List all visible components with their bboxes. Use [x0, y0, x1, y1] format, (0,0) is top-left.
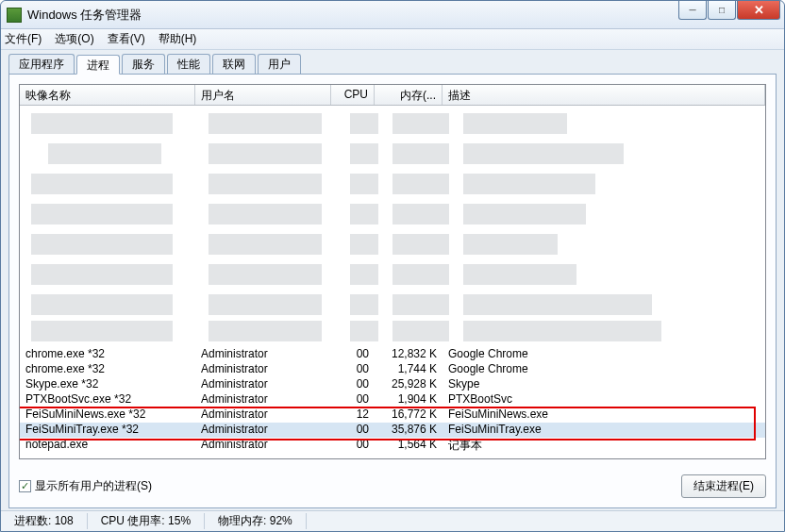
cell-desc: FeiSuMiniTray.exe: [443, 423, 765, 438]
cell-mem: 1,744 K: [375, 362, 443, 377]
cell-mem: 1,564 K: [375, 438, 443, 453]
tab-networking[interactable]: 联网: [212, 54, 256, 74]
cell-user: Administrator: [195, 392, 331, 407]
tab-processes[interactable]: 进程: [76, 55, 120, 75]
cell-user: Administrator: [195, 423, 331, 438]
cell-cpu: 00: [331, 438, 375, 453]
cell-cpu: 00: [331, 347, 375, 362]
tab-performance[interactable]: 性能: [167, 54, 210, 74]
processes-panel: 映像名称 用户名 CPU 内存(... 描述: [8, 75, 777, 508]
app-icon: [7, 8, 22, 23]
cell-mem: 12,832 K: [375, 347, 443, 362]
cell-image: chrome.exe *32: [20, 362, 195, 377]
maximize-button[interactable]: □: [708, 1, 736, 20]
cell-mem: 1,904 K: [375, 392, 443, 407]
cell-mem: 16,772 K: [375, 407, 443, 423]
cell-mem: 35,876 K: [375, 423, 443, 438]
panel-footer: ✓ 显示所有用户的进程(S) 结束进程(E): [19, 474, 766, 498]
menu-options[interactable]: 选项(O): [55, 31, 93, 47]
menu-file[interactable]: 文件(F): [5, 31, 42, 47]
cell-desc: PTXBootSvc: [443, 392, 765, 407]
menu-help[interactable]: 帮助(H): [159, 31, 197, 47]
col-memory[interactable]: 内存(...: [375, 85, 443, 105]
cell-desc: Google Chrome: [443, 362, 765, 377]
status-processes: 进程数: 108: [1, 513, 88, 529]
tab-users[interactable]: 用户: [258, 54, 301, 74]
table-header: 映像名称 用户名 CPU 内存(... 描述: [20, 85, 765, 106]
cell-cpu: 12: [331, 407, 375, 423]
cell-cpu: 00: [331, 423, 375, 438]
cell-image: FeiSuMiniNews.exe *32: [20, 407, 195, 423]
table-row[interactable]: notepad.exeAdministrator001,564 K记事本: [20, 438, 765, 453]
col-cpu[interactable]: CPU: [331, 85, 375, 105]
visible-rows: chrome.exe *32Administrator0012,832 KGoo…: [20, 347, 765, 453]
content-area: 应用程序 进程 服务 性能 联网 用户 映像名称 用户名 CPU 内存(... …: [1, 50, 784, 516]
minimize-button[interactable]: ─: [678, 1, 707, 20]
cell-image: Skype.exe *32: [20, 377, 195, 392]
cell-user: Administrator: [195, 438, 331, 453]
cell-cpu: 00: [331, 362, 375, 377]
col-description[interactable]: 描述: [443, 85, 765, 105]
blurred-rows: [20, 106, 765, 347]
tab-applications[interactable]: 应用程序: [8, 54, 75, 74]
cell-image: chrome.exe *32: [20, 347, 195, 362]
titlebar[interactable]: Windows 任务管理器 ─ □ ✕: [1, 1, 784, 29]
cell-image: notepad.exe: [20, 438, 195, 453]
table-row[interactable]: chrome.exe *32Administrator001,744 KGoog…: [20, 362, 765, 377]
window: Windows 任务管理器 ─ □ ✕ 文件(F) 选项(O) 查看(V) 帮助…: [0, 0, 785, 532]
tab-strip: 应用程序 进程 服务 性能 联网 用户: [8, 54, 777, 75]
col-user[interactable]: 用户名: [195, 85, 331, 105]
menu-view[interactable]: 查看(V): [108, 31, 145, 47]
check-icon: ✓: [19, 480, 31, 492]
col-image[interactable]: 映像名称: [20, 85, 195, 105]
cell-user: Administrator: [195, 362, 331, 377]
status-bar: 进程数: 108 CPU 使用率: 15% 物理内存: 92%: [1, 510, 784, 531]
window-buttons: ─ □ ✕: [677, 1, 780, 20]
cell-user: Administrator: [195, 407, 331, 423]
cell-user: Administrator: [195, 347, 331, 362]
cell-desc: 记事本: [443, 438, 765, 453]
end-process-button[interactable]: 结束进程(E): [681, 474, 766, 498]
status-cpu: CPU 使用率: 15%: [88, 513, 205, 529]
cell-cpu: 00: [331, 392, 375, 407]
cell-desc: FeiSuMiniNews.exe: [443, 407, 765, 423]
table-row[interactable]: chrome.exe *32Administrator0012,832 KGoo…: [20, 347, 765, 362]
table-row[interactable]: FeiSuMiniTray.exe *32Administrator0035,8…: [20, 423, 765, 438]
table-row[interactable]: FeiSuMiniNews.exe *32Administrator1216,7…: [20, 407, 765, 423]
cell-mem: 25,928 K: [375, 377, 443, 392]
cell-image: FeiSuMiniTray.exe *32: [20, 423, 195, 438]
close-button[interactable]: ✕: [737, 1, 780, 20]
table-row[interactable]: PTXBootSvc.exe *32Administrator001,904 K…: [20, 392, 765, 407]
cell-image: PTXBootSvc.exe *32: [20, 392, 195, 407]
show-all-users-checkbox[interactable]: ✓ 显示所有用户的进程(S): [19, 478, 152, 494]
cell-desc: Skype: [443, 377, 765, 392]
window-title: Windows 任务管理器: [27, 7, 142, 24]
process-table: 映像名称 用户名 CPU 内存(... 描述: [19, 84, 766, 459]
menubar: 文件(F) 选项(O) 查看(V) 帮助(H): [1, 29, 784, 50]
status-memory: 物理内存: 92%: [205, 513, 307, 529]
table-row[interactable]: Skype.exe *32Administrator0025,928 KSkyp…: [20, 377, 765, 392]
tab-services[interactable]: 服务: [122, 54, 165, 74]
cell-user: Administrator: [195, 377, 331, 392]
checkbox-label: 显示所有用户的进程(S): [35, 478, 152, 494]
cell-cpu: 00: [331, 377, 375, 392]
cell-desc: Google Chrome: [443, 347, 765, 362]
